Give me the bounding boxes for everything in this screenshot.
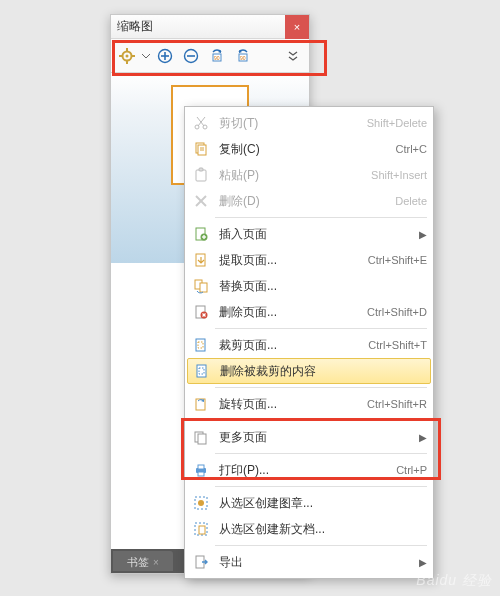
- page-extract-icon: [193, 252, 209, 268]
- menu-delete: 删除(D) Delete: [185, 188, 433, 214]
- rotate-cw-icon: 90: [235, 48, 251, 64]
- svg-line-17: [198, 117, 205, 126]
- delete-icon: [193, 193, 209, 209]
- minus-circle-icon: [183, 48, 199, 64]
- menu-separator: [215, 328, 427, 329]
- menu-separator: [215, 217, 427, 218]
- menu-crop-page[interactable]: 裁剪页面... Ctrl+Shift+T: [185, 332, 433, 358]
- submenu-arrow-icon: ▶: [419, 557, 427, 568]
- svg-rect-51: [199, 526, 205, 534]
- gear-icon: [119, 48, 135, 64]
- collapse-button[interactable]: [281, 44, 305, 68]
- paste-icon: [193, 167, 209, 183]
- export-icon: [193, 554, 209, 570]
- menu-delete-cropped[interactable]: 删除被裁剪的内容: [187, 358, 431, 384]
- crop-icon: [193, 337, 209, 353]
- svg-rect-33: [200, 283, 207, 292]
- menu-separator: [215, 453, 427, 454]
- svg-line-18: [197, 117, 204, 126]
- menu-paste: 粘贴(P) Shift+Insert: [185, 162, 433, 188]
- svg-point-49: [198, 500, 204, 506]
- panel-titlebar: 缩略图 ×: [111, 15, 309, 39]
- submenu-arrow-icon: ▶: [419, 229, 427, 240]
- page-remove-icon: [193, 304, 209, 320]
- settings-button[interactable]: [115, 44, 139, 68]
- selection-stamp-icon: [193, 495, 209, 511]
- submenu-arrow-icon: ▶: [419, 432, 427, 443]
- crop-delete-icon: [194, 363, 210, 379]
- plus-circle-icon: [157, 48, 173, 64]
- svg-text:90: 90: [240, 55, 246, 61]
- menu-replace-page[interactable]: 替换页面...: [185, 273, 433, 299]
- page-add-icon: [193, 226, 209, 242]
- menu-selection-stamp[interactable]: 从选区创建图章...: [185, 490, 433, 516]
- page-replace-icon: [193, 278, 209, 294]
- rotate-ccw-button[interactable]: 90: [205, 44, 229, 68]
- menu-insert-page[interactable]: 插入页面 ▶: [185, 221, 433, 247]
- panel-toolbar: 90 90: [111, 39, 309, 73]
- tab-close-icon[interactable]: ×: [153, 557, 159, 568]
- menu-rotate-page[interactable]: 旋转页面... Ctrl+Shift+R: [185, 391, 433, 417]
- svg-rect-24: [199, 168, 203, 171]
- selection-doc-icon: [193, 521, 209, 537]
- watermark: Baidu 经验: [416, 572, 492, 590]
- menu-remove-page[interactable]: 删除页面... Ctrl+Shift+D: [185, 299, 433, 325]
- zoom-out-button[interactable]: [179, 44, 203, 68]
- chevron-down-icon: [142, 48, 150, 64]
- menu-selection-newdoc[interactable]: 从选区创建新文档...: [185, 516, 433, 542]
- menu-separator: [215, 545, 427, 546]
- menu-separator: [215, 387, 427, 388]
- panel-close-button[interactable]: ×: [285, 15, 309, 39]
- svg-rect-40: [197, 365, 206, 377]
- bookmarks-tab[interactable]: 书签 ×: [113, 551, 173, 571]
- panel-title: 缩略图: [117, 18, 153, 35]
- printer-icon: [193, 462, 209, 478]
- rotate-cw-button[interactable]: 90: [231, 44, 255, 68]
- tab-label: 书签: [127, 555, 149, 570]
- double-chevron-icon: [285, 48, 301, 64]
- zoom-in-button[interactable]: [153, 44, 177, 68]
- pages-more-icon: [193, 429, 209, 445]
- settings-dropdown[interactable]: [141, 44, 151, 68]
- page-rotate-icon: [193, 396, 209, 412]
- context-menu: 剪切(T) Shift+Delete 复制(C) Ctrl+C 粘贴(P) Sh…: [184, 106, 434, 579]
- copy-icon: [193, 141, 209, 157]
- menu-extract-page[interactable]: 提取页面... Ctrl+Shift+E: [185, 247, 433, 273]
- svg-rect-44: [198, 434, 206, 444]
- menu-print[interactable]: 打印(P)... Ctrl+P: [185, 457, 433, 483]
- menu-separator: [215, 486, 427, 487]
- scissors-icon: [193, 115, 209, 131]
- menu-cut: 剪切(T) Shift+Delete: [185, 110, 433, 136]
- svg-rect-46: [198, 465, 204, 469]
- svg-point-1: [126, 54, 129, 57]
- menu-export[interactable]: 导出 ▶: [185, 549, 433, 575]
- menu-more-pages[interactable]: 更多页面 ▶: [185, 424, 433, 450]
- rotate-ccw-icon: 90: [209, 48, 225, 64]
- menu-separator: [215, 420, 427, 421]
- svg-rect-38: [196, 339, 205, 351]
- svg-rect-47: [198, 472, 204, 476]
- svg-rect-23: [196, 170, 206, 181]
- menu-copy[interactable]: 复制(C) Ctrl+C: [185, 136, 433, 162]
- svg-text:90: 90: [214, 55, 220, 61]
